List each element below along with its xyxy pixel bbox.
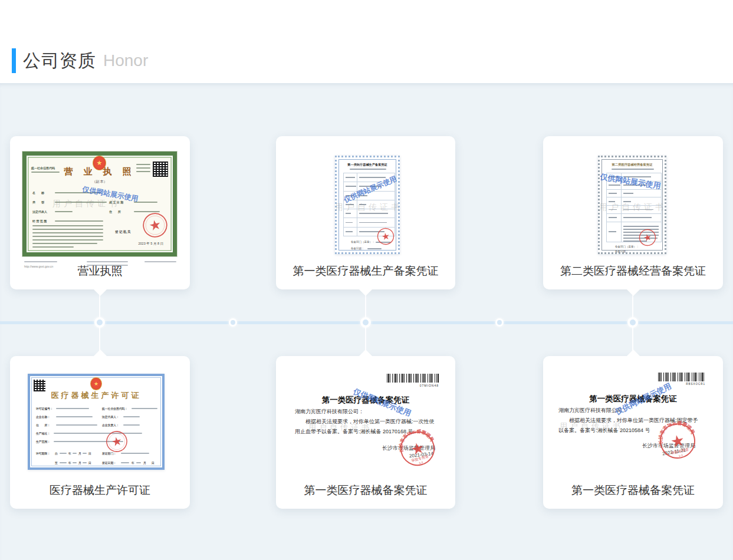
timeline-node [94,317,105,328]
timeline-node [627,317,638,328]
card-label: 营业执照 [10,263,190,279]
watermark-gray: 用户自传证书 [52,199,120,209]
card-pointer [93,289,107,296]
national-emblem-icon: ★ [90,377,102,390]
card-pointer [359,350,373,357]
page-title-en: Honor [103,51,148,70]
watermark-gray: 用户自传证书 [599,202,666,213]
certificate-card-record-2[interactable]: RBSXOCR1 第一类医疗器械备案凭证 湖南力宾医疗科技有限公司： 根据相关法… [543,356,723,509]
cert-title: 第一类医疗器械生产备案凭证 [339,163,396,167]
official-seal-icon [103,428,130,454]
timeline-node [360,317,371,328]
timeline-node [229,318,237,327]
certificate-card-prod-record[interactable]: 第一类医疗器械生产备案凭证 备案部门（盖章）： 备案日期： [276,136,455,289]
certificate-card-prod-license[interactable]: ★ 医疗器械生产许可证 许可证编号： 统一社会信用代码： 企业名称： 法定代表人… [10,356,190,509]
qr-code-icon [34,380,45,391]
official-seal-icon [140,210,170,241]
card-label: 第一类医疗器械备案凭证 [543,483,723,498]
official-seal-icon [376,226,396,247]
certificate-card-business-license[interactable]: ★ 统一社会信用代码 营 业 执 照 （副 本） 名 称 类 型 法定代表人 经… [10,136,190,289]
card-label: 医疗器械生产许可证 [10,483,190,498]
card-pointer [359,289,373,296]
card-pointer [626,350,640,357]
barcode-icon [387,374,439,383]
cert-title: 第二类医疗器械经营备案凭证 [602,163,662,167]
barcode-text: 07MION48 [420,384,439,387]
card-label: 第一类医疗器械备案凭证 [276,483,455,498]
certificate-card-record-1[interactable]: 07MION48 第一类医疗器械备案凭证 湖南力宾医疗科技有限公司： 根据相关法… [276,356,455,509]
watermark-gray: 用户自传证书 [308,422,372,433]
watermark-gray: 用户自传证书 [335,202,402,213]
page-title: 公司资质 [23,49,96,73]
card-pointer [626,289,640,296]
barcode-text: RBSXOCR1 [686,383,705,386]
card-label: 第一类医疗器械生产备案凭证 [276,263,455,279]
certificate-card-operate-record[interactable]: 第二类医疗器械经营备案凭证 备案部 [543,136,723,289]
timeline-node [495,318,504,327]
cert-title: 营 业 执 照 [27,166,173,177]
prod-license-image: ★ 医疗器械生产许可证 许可证编号： 统一社会信用代码： 企业名称： 法定代表人… [28,374,165,470]
official-seal-icon: 长沙市市场监督管理局 审批专用章 1-3 [395,426,439,470]
qr-code-icon [153,162,168,177]
card-label: 第二类医疗器械经营备案凭证 [543,263,723,279]
barcode-icon [658,373,705,381]
watermark-gray: 用户自传证书 [560,421,623,431]
card-pointer [93,350,107,357]
cert-title: 医疗器械生产许可证 [30,390,162,401]
accent-bar [12,48,16,73]
honor-section: ★ 统一社会信用代码 营 业 执 照 （副 本） 名 称 类 型 法定代表人 经… [0,83,733,560]
official-seal-icon: 长沙市市场监督管理局 审批专用章 1-3 [655,419,700,463]
section-header: 公司资质 Honor [12,48,148,73]
